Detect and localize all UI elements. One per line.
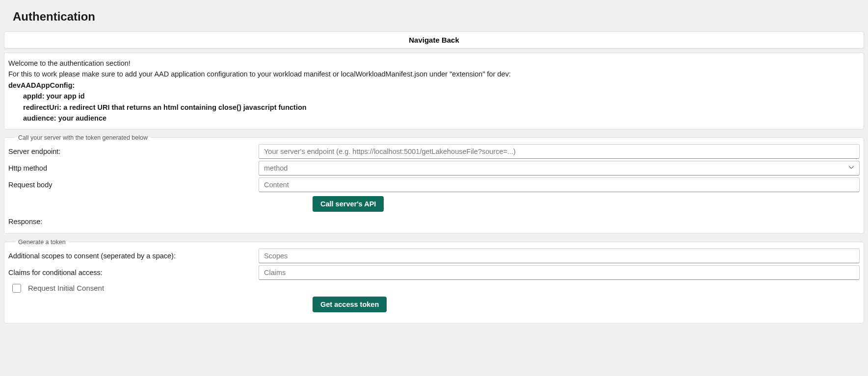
navigate-back-button[interactable]: Navigate Back [4,31,864,49]
http-method-select[interactable]: method [259,161,860,175]
info-instruction: For this to work please make sure to add… [8,69,860,79]
server-endpoint-label: Server endpoint: [8,146,259,157]
info-config-key: devAADAppConfig: [8,80,860,91]
scopes-label: Additional scopes to consent (seperated … [8,250,259,262]
generate-token-section: Generate a token Additional scopes to co… [4,239,864,324]
claims-label: Claims for conditional access: [8,267,259,278]
server-legend: Call your server with the token generate… [15,134,151,141]
request-initial-consent-checkbox[interactable] [12,284,21,293]
scopes-input[interactable] [259,249,860,263]
info-box: Welcome to the authentication section! F… [4,52,864,129]
http-method-label: Http method [8,162,259,174]
claims-input[interactable] [259,265,860,280]
info-welcome: Welcome to the authentication section! [8,58,860,69]
token-legend: Generate a token [15,239,69,246]
response-label: Response: [8,216,860,226]
server-endpoint-input[interactable] [259,144,860,159]
get-access-token-button[interactable]: Get access token [313,297,387,312]
info-config-appid: appId: your app id [23,91,860,101]
info-config-audience: audience: your audience [23,113,860,124]
call-server-api-button[interactable]: Call server's API [313,196,384,212]
request-body-label: Request body [8,179,259,191]
request-body-input[interactable] [259,177,860,192]
server-call-section: Call your server with the token generate… [4,134,864,234]
info-config-redirect: redirectUri: a redirect URI that returns… [23,102,860,113]
page-title: Authentication [13,10,864,24]
request-initial-consent-label: Request Initial Consent [28,284,104,292]
